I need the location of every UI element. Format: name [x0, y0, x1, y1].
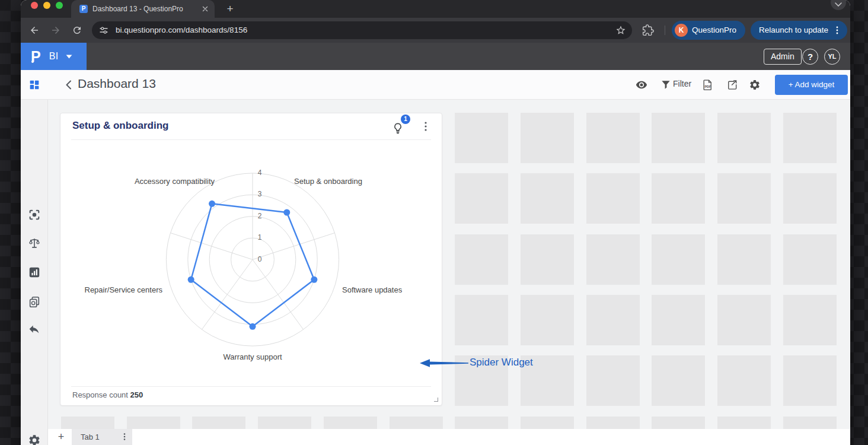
- dashboards-nav-icon[interactable]: [28, 78, 41, 91]
- focus-scan-icon[interactable]: [28, 208, 41, 221]
- radar-axis-tick: 4: [258, 169, 262, 177]
- response-count-value: 250: [130, 390, 143, 399]
- browser-tab[interactable]: P Dashboard 13 - QuestionPro: [71, 0, 215, 18]
- page-title: Dashboard 13: [78, 77, 156, 91]
- widget-placeholder: [521, 417, 574, 430]
- dashboard-tab-bar: + Tab 1: [48, 429, 850, 445]
- add-tab-button[interactable]: +: [53, 429, 69, 445]
- widget-placeholder: [455, 173, 508, 224]
- radar-chart: 01234Setup & onboardingSoftware updatesW…: [60, 143, 443, 380]
- widget-placeholder: [258, 417, 311, 430]
- radar-data-point[interactable]: [209, 201, 215, 207]
- insight-count-badge: 1: [401, 115, 410, 124]
- widget-placeholder: [586, 113, 640, 163]
- radar-axis-tick: 2: [258, 212, 262, 220]
- undo-back-icon[interactable]: [28, 324, 41, 337]
- radar-category-label: Software updates: [342, 285, 403, 294]
- widget-title: Setup & onboarding: [72, 120, 168, 132]
- spider-widget-card[interactable]: Setup & onboarding 1 01234Setup & onboar…: [60, 113, 442, 406]
- widget-placeholder: [783, 113, 837, 163]
- reload-icon[interactable]: [72, 25, 82, 36]
- dashboard-toolbar: Dashboard 13 Filter PDF + Add widget: [21, 70, 850, 100]
- widget-placeholder: [652, 355, 705, 406]
- dashboard-tab-label: Tab 1: [81, 429, 100, 445]
- radar-data-point[interactable]: [188, 276, 194, 283]
- back-chevron-icon[interactable]: [63, 80, 74, 90]
- radar-axis-tick: 0: [258, 255, 262, 263]
- export-pdf-icon[interactable]: PDF: [701, 79, 713, 91]
- forward-icon[interactable]: [50, 25, 61, 36]
- radar-data-point[interactable]: [311, 276, 317, 283]
- browser-url-bar: bi.questionpro.com/dashboards/8156 K Que…: [21, 18, 850, 43]
- bookmark-star-icon[interactable]: [615, 25, 626, 36]
- radar-category-label: Setup & onboarding: [294, 177, 362, 186]
- preview-eye-icon[interactable]: [636, 79, 647, 91]
- widget-placeholder: [783, 234, 837, 285]
- left-sidebar: [21, 100, 48, 445]
- filter-label[interactable]: Filter: [673, 79, 691, 88]
- caret-down-icon: [66, 55, 72, 59]
- widget-placeholder: [324, 417, 377, 430]
- widget-placeholder: [521, 113, 574, 163]
- widget-placeholder: [652, 173, 705, 224]
- back-icon[interactable]: [29, 25, 40, 36]
- widget-placeholder: [455, 234, 508, 285]
- tab-close-icon[interactable]: [201, 5, 209, 13]
- annotation-arrow-icon: [420, 358, 468, 368]
- widget-placeholder: [455, 417, 508, 430]
- settings-gear-icon[interactable]: [749, 79, 761, 91]
- tab-title: Dashboard 13 - QuestionPro: [92, 0, 198, 18]
- relaunch-label: Relaunch to update: [759, 21, 828, 40]
- widget-placeholder: [586, 295, 640, 345]
- radar-axis-tick: 3: [258, 190, 262, 198]
- widget-placeholder: [652, 234, 705, 285]
- widget-placeholder: [652, 295, 705, 345]
- share-icon[interactable]: [726, 79, 738, 91]
- dashboard-tab-1[interactable]: Tab 1: [72, 429, 132, 445]
- tab-menu-kebab-icon[interactable]: [120, 433, 129, 441]
- chart-widget-icon[interactable]: [28, 266, 41, 279]
- address-bar[interactable]: bi.questionpro.com/dashboards/8156: [92, 21, 632, 39]
- widget-placeholder: [652, 113, 705, 163]
- relaunch-update-button[interactable]: Relaunch to update: [751, 21, 847, 40]
- admin-button[interactable]: Admin: [764, 49, 802, 65]
- user-avatar[interactable]: YL: [824, 49, 840, 65]
- browser-profile-chip[interactable]: K QuestionPro: [672, 21, 745, 40]
- window-zoom-button[interactable]: [56, 2, 63, 9]
- extensions-icon[interactable]: [642, 24, 654, 36]
- browser-tab-strip: P Dashboard 13 - QuestionPro +: [21, 0, 850, 18]
- url-text[interactable]: bi.questionpro.com/dashboards/8156: [116, 21, 247, 39]
- widget-placeholder: [783, 417, 837, 430]
- widget-header-divider: [71, 139, 431, 140]
- radar-data-point[interactable]: [250, 323, 256, 330]
- product-switcher[interactable]: P BI: [21, 43, 87, 70]
- widget-placeholder: [192, 417, 245, 430]
- filter-funnel-icon[interactable]: [660, 79, 672, 91]
- widget-placeholder: [390, 417, 443, 430]
- scales-compare-icon[interactable]: [28, 237, 41, 250]
- widget-placeholder: [586, 355, 640, 406]
- add-widget-button[interactable]: + Add widget: [775, 75, 848, 95]
- widget-placeholder: [586, 417, 640, 430]
- widget-placeholder: [717, 295, 771, 345]
- window-minimize-button[interactable]: [43, 2, 50, 9]
- window-close-button[interactable]: [31, 2, 38, 9]
- help-button[interactable]: ?: [802, 49, 818, 65]
- widget-placeholder: [717, 417, 771, 430]
- browser-menu-kebab-icon[interactable]: [832, 26, 842, 35]
- report-copy-icon[interactable]: [28, 295, 41, 309]
- tab-search-chevron-button[interactable]: [831, 0, 846, 10]
- site-settings-icon[interactable]: [98, 25, 109, 36]
- chevron-down-icon: [834, 2, 843, 7]
- new-tab-button[interactable]: +: [222, 1, 238, 17]
- widget-placeholder: [717, 173, 771, 224]
- widget-resize-handle[interactable]: [434, 398, 438, 402]
- widget-placeholder: [783, 173, 837, 224]
- pdf-icon-label: PDF: [704, 85, 711, 88]
- sidebar-settings-gear-icon[interactable]: [28, 434, 41, 445]
- radar-data-point[interactable]: [283, 209, 290, 215]
- radar-category-label: Repair/Service centers: [85, 285, 163, 294]
- widget-menu-kebab-icon[interactable]: [420, 120, 432, 132]
- insights-button[interactable]: 1: [390, 115, 414, 138]
- annotation-label: Spider Widget: [470, 357, 533, 368]
